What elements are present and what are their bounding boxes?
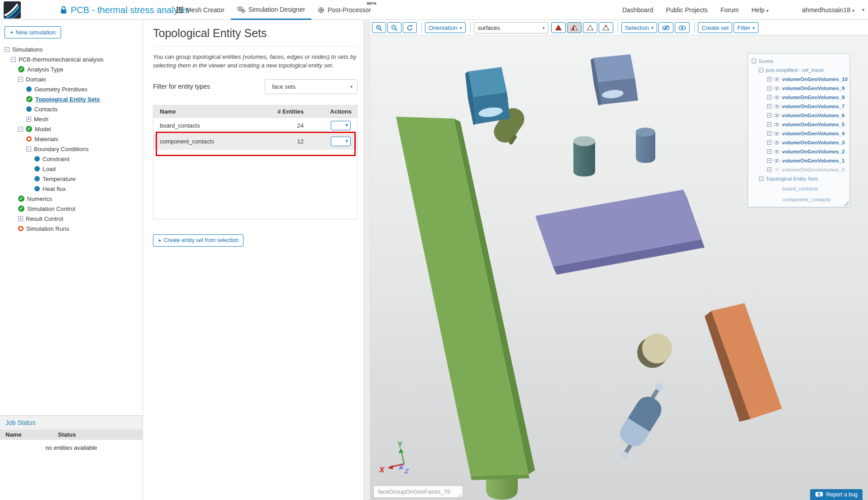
scene-tree-volume[interactable]: +volumeOnGeoVolumes_6: [750, 111, 848, 120]
select-faces-button[interactable]: [567, 22, 582, 33]
collapse-icon[interactable]: −: [759, 68, 763, 72]
scene-tree-volume[interactable]: +volumeOnGeoVolumes_8: [750, 93, 848, 102]
app-logo-icon[interactable]: [4, 1, 21, 19]
eye-icon[interactable]: [774, 105, 780, 109]
create-set-button[interactable]: Create set: [698, 22, 732, 33]
selected-face-group-input[interactable]: [373, 486, 463, 498]
entity-type-select[interactable]: face sets ▾: [265, 79, 358, 94]
tree-item-constraint[interactable]: Constraint: [0, 154, 143, 164]
scene-tree-volume[interactable]: +volumeOnGeoVolumes_10: [750, 75, 848, 84]
purple-box-3d[interactable]: [535, 190, 705, 275]
orange-box-3d[interactable]: [705, 303, 782, 422]
panel-resize-splitter[interactable]: [363, 20, 370, 500]
eye-icon[interactable]: [774, 114, 780, 118]
collapse-icon[interactable]: −: [752, 59, 756, 63]
teal-component-3d[interactable]: [465, 67, 529, 147]
tree-item-analysis-type[interactable]: Analysis Type: [0, 64, 143, 74]
tree-item-simulation-runs[interactable]: Simulation Runs: [0, 224, 143, 233]
expand-icon[interactable]: +: [767, 167, 772, 172]
table-row-component-contacts[interactable]: component_contacts 12: [153, 134, 357, 150]
select-edges-button[interactable]: [583, 22, 597, 33]
eye-icon[interactable]: [774, 159, 780, 163]
create-entity-set-button[interactable]: + Create entity set from selection: [153, 234, 243, 247]
expand-icon[interactable]: +: [767, 131, 772, 136]
user-menu[interactable]: ahmedhussain18▾: [802, 6, 854, 14]
eye-icon[interactable]: [774, 168, 780, 172]
expand-icon[interactable]: +: [767, 158, 772, 163]
tab-simulation-designer[interactable]: Simulation Designer: [231, 0, 311, 20]
tab-post-processor[interactable]: Post-Processor BETA: [311, 0, 377, 20]
expand-icon[interactable]: +: [767, 122, 772, 127]
nav-help-menu[interactable]: Help▾: [752, 6, 769, 14]
eye-icon[interactable]: [774, 86, 780, 90]
collapse-icon[interactable]: −: [11, 57, 16, 62]
show-selection-button[interactable]: [675, 22, 690, 33]
tree-item-temperature[interactable]: Temperature: [0, 174, 143, 184]
row-actions-dropdown[interactable]: [331, 121, 351, 130]
expand-icon[interactable]: +: [767, 77, 772, 81]
scene-tree-set-component-contacts[interactable]: component_contacts: [750, 194, 848, 205]
tree-item-load[interactable]: Load: [0, 164, 143, 174]
scene-tree-volume[interactable]: +volumeOnGeoVolumes_2: [750, 147, 848, 156]
expand-icon[interactable]: +: [767, 149, 772, 154]
viewport-3d[interactable]: X Y Z −Scene −pcb-simplified - ref_mesh …: [370, 35, 868, 500]
scene-tree-mesh[interactable]: −pcb-simplified - ref_mesh: [750, 66, 848, 75]
tree-item-numerics[interactable]: Numerics: [0, 194, 143, 204]
eye-icon[interactable]: [774, 132, 780, 136]
scene-tree-root[interactable]: −Scene: [750, 57, 848, 66]
display-mode-select[interactable]: surfaces ▾: [474, 22, 548, 33]
tree-item-boundary-conditions[interactable]: −Boundary Conditions: [0, 144, 143, 154]
expand-icon[interactable]: +: [26, 117, 31, 122]
tree-item-pcb-analysis[interactable]: −PCB-thermomechanical analysis: [0, 54, 143, 64]
steel-cylinder-3d[interactable]: [636, 128, 656, 163]
nav-dashboard[interactable]: Dashboard: [622, 6, 653, 14]
tree-item-result-control[interactable]: +Result Control: [0, 214, 143, 224]
collapse-icon[interactable]: −: [18, 77, 23, 82]
steel-box-3d[interactable]: [591, 54, 638, 105]
scene-tree-set-board-contacts[interactable]: board_contacts: [750, 183, 848, 194]
orientation-dropdown[interactable]: Orientation▾: [425, 22, 466, 33]
new-simulation-button[interactable]: + New simulation: [5, 26, 61, 38]
expand-icon[interactable]: +: [18, 216, 23, 221]
header-extra-menu[interactable]: ▾: [862, 7, 864, 12]
tree-item-model[interactable]: −Model: [0, 124, 143, 134]
tree-item-contacts[interactable]: Contacts: [0, 104, 143, 114]
expand-icon[interactable]: +: [767, 140, 772, 145]
resize-handle[interactable]: [844, 201, 849, 206]
khaki-cylinder-3d[interactable]: [637, 333, 672, 368]
blue-capsule-3d[interactable]: [608, 378, 674, 463]
hide-selection-button[interactable]: [658, 22, 673, 33]
tree-item-heat-flux[interactable]: Heat flux: [0, 184, 143, 194]
report-bug-button[interactable]: Report a bug: [810, 489, 863, 500]
eye-icon[interactable]: [774, 150, 780, 154]
scene-tree-volume-hidden[interactable]: +volumeOnGeoVolumes_0: [750, 165, 848, 174]
collapse-icon[interactable]: −: [5, 47, 10, 52]
expand-icon[interactable]: +: [767, 113, 772, 118]
nav-public-projects[interactable]: Public Projects: [666, 6, 708, 14]
eye-icon[interactable]: [774, 77, 780, 81]
expand-icon[interactable]: +: [767, 86, 772, 90]
eye-icon[interactable]: [774, 141, 780, 145]
scene-tree-volume[interactable]: +volumeOnGeoVolumes_5: [750, 120, 848, 129]
tree-item-geometry-primitives[interactable]: Geometry Primitives: [0, 84, 143, 94]
reset-view-button[interactable]: [403, 22, 417, 33]
filter-dropdown[interactable]: Filter▾: [734, 22, 758, 33]
scene-tree-volume[interactable]: +volumeOnGeoVolumes_9: [750, 84, 848, 93]
pcb-board-3d[interactable]: [396, 117, 535, 500]
scene-tree-volume[interactable]: +volumeOnGeoVolumes_1: [750, 156, 848, 165]
scene-tree-overlay[interactable]: −Scene −pcb-simplified - ref_mesh +volum…: [748, 53, 850, 207]
teal-cylinder-3d[interactable]: [573, 136, 595, 176]
collapse-icon[interactable]: −: [759, 176, 763, 181]
tree-item-mesh[interactable]: +Mesh: [0, 114, 143, 124]
collapse-icon[interactable]: −: [26, 147, 31, 152]
collapse-icon[interactable]: −: [18, 127, 23, 132]
scene-tree-entity-sets-group[interactable]: −Topological Entity Sets: [750, 174, 848, 183]
selection-dropdown[interactable]: Selection▾: [621, 22, 658, 33]
tree-item-topological-entity-sets[interactable]: Topological Entity Sets: [0, 94, 143, 104]
table-row-board-contacts[interactable]: board_contacts 24: [153, 118, 357, 134]
tab-mesh-creator[interactable]: Mesh Creator: [170, 0, 231, 20]
nav-forum[interactable]: Forum: [720, 6, 739, 14]
tree-item-materials[interactable]: Materials: [0, 134, 143, 144]
scene-tree-volume[interactable]: +volumeOnGeoVolumes_4: [750, 129, 848, 138]
zoom-out-button[interactable]: [387, 22, 401, 33]
